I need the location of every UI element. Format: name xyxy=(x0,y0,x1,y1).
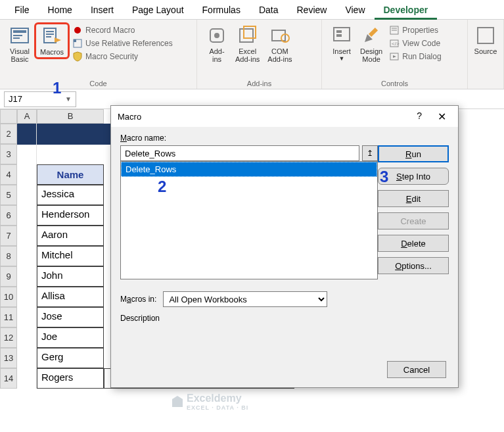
svg-marker-8 xyxy=(55,37,61,43)
addins-button[interactable]: Add- ins xyxy=(202,22,231,66)
macro-security-button[interactable]: Macro Security xyxy=(70,50,175,63)
run-dialog-button[interactable]: Run Dialog xyxy=(386,50,444,63)
view-code-button[interactable]: </> View Code xyxy=(386,37,444,50)
cancel-button[interactable]: Cancel xyxy=(387,361,446,378)
com-addins-button[interactable]: COM Add-ins xyxy=(263,22,296,66)
source-icon xyxy=(475,25,496,46)
insert-control-button[interactable]: Insert ▼ xyxy=(327,22,356,64)
table-header-name[interactable]: Name xyxy=(37,164,104,185)
col-header-b[interactable]: B xyxy=(37,109,104,124)
delete-button[interactable]: Delete xyxy=(378,235,449,252)
macro-security-label: Macro Security xyxy=(85,52,138,61)
cell-name[interactable]: Aaron xyxy=(37,226,104,246)
row-header[interactable]: 12 xyxy=(0,327,17,348)
row-header[interactable]: 5 xyxy=(0,185,17,205)
row-header[interactable]: 7 xyxy=(0,226,17,246)
svg-rect-5 xyxy=(46,31,54,32)
record-macro-icon xyxy=(72,25,83,36)
chevron-down-icon[interactable]: ▼ xyxy=(65,95,72,103)
name-box-value: J17 xyxy=(9,94,22,104)
tab-developer[interactable]: Developer xyxy=(375,0,438,20)
options-button[interactable]: Options... xyxy=(378,257,449,274)
description-label: Description xyxy=(120,314,378,323)
row-header[interactable]: 13 xyxy=(0,348,17,368)
cell-name[interactable]: Jose xyxy=(37,307,104,327)
cell-name[interactable]: Allisa xyxy=(37,287,104,307)
tab-data[interactable]: Data xyxy=(250,0,288,20)
row-headers: 2 3 4 5 6 7 8 9 10 11 12 13 14 xyxy=(0,124,17,389)
svg-marker-28 xyxy=(393,55,396,58)
visual-basic-button[interactable]: Visual Basic xyxy=(5,22,34,66)
tab-page-layout[interactable]: Page Layout xyxy=(123,0,193,20)
row-header[interactable]: 14 xyxy=(0,368,17,389)
excel-addins-icon xyxy=(237,25,258,46)
macro-name-input[interactable] xyxy=(120,145,359,161)
tab-insert[interactable]: Insert xyxy=(81,0,123,20)
cell-name[interactable]: Rogers xyxy=(37,368,104,389)
svg-rect-4 xyxy=(44,28,56,43)
row-header[interactable]: 10 xyxy=(0,287,17,307)
tab-file[interactable]: File xyxy=(5,0,39,20)
select-all-corner[interactable] xyxy=(0,109,17,124)
macros-in-select[interactable]: All Open Workbooks xyxy=(163,291,327,307)
row-header[interactable]: 11 xyxy=(0,307,17,327)
tab-review[interactable]: Review xyxy=(288,0,336,20)
macro-name-label: Macro name: xyxy=(120,133,378,143)
tab-formulas[interactable]: Formulas xyxy=(193,0,250,20)
close-button[interactable]: ✕ xyxy=(432,108,451,126)
record-macro-button[interactable]: Record Macro xyxy=(70,24,175,37)
cell-name[interactable]: Henderson xyxy=(37,205,104,226)
insert-control-label: Insert xyxy=(332,47,351,55)
macros-icon xyxy=(41,26,62,47)
collapse-button[interactable]: ↥ xyxy=(362,145,378,161)
record-macro-label: Record Macro xyxy=(85,26,135,35)
ribbon-group-addins: Add- ins Excel Add-ins COM Add-ins Add-i… xyxy=(197,20,322,89)
cell-name[interactable]: Jessica xyxy=(37,185,104,205)
cell-name[interactable]: Gerg xyxy=(37,348,104,368)
addins-label: Add- ins xyxy=(209,47,224,63)
com-addins-icon xyxy=(269,25,290,46)
svg-text:</>: </> xyxy=(392,41,400,47)
row-header[interactable]: 3 xyxy=(0,144,17,164)
source-button[interactable]: Source xyxy=(473,22,498,58)
name-box[interactable]: J17 ▼ xyxy=(4,91,76,107)
macro-list-item[interactable]: Delete_Rows xyxy=(121,162,377,177)
watermark: Exceldemy EXCEL · DATA · BI xyxy=(171,393,248,411)
svg-rect-2 xyxy=(13,35,22,36)
row-header[interactable]: 8 xyxy=(0,246,17,266)
row-header[interactable]: 9 xyxy=(0,266,17,287)
tab-home[interactable]: Home xyxy=(39,0,81,20)
tab-view[interactable]: View xyxy=(336,0,374,20)
watermark-sub: EXCEL · DATA · BI xyxy=(187,404,248,411)
cell-name[interactable]: John xyxy=(37,266,104,287)
ribbon-group-xml: Source xyxy=(468,20,504,89)
svg-rect-20 xyxy=(336,34,342,37)
edit-button[interactable]: Edit xyxy=(378,190,449,207)
svg-rect-30 xyxy=(172,399,183,407)
chevron-down-icon: ▼ xyxy=(339,55,345,62)
run-button[interactable]: Run xyxy=(378,145,449,162)
macros-button[interactable]: Macros xyxy=(34,22,70,59)
help-button[interactable]: ? xyxy=(411,108,427,126)
row-header[interactable]: 4 xyxy=(0,164,17,185)
row-header[interactable]: 2 xyxy=(0,124,17,144)
macro-dialog: Macro ? ✕ Macro name: ↥ Delete_Rows Macr… xyxy=(110,105,459,388)
row-header[interactable]: 6 xyxy=(0,205,17,226)
ribbon-group-code: Visual Basic Macros Record Macro Use Rel… xyxy=(0,20,197,89)
properties-button[interactable]: Properties xyxy=(386,24,444,37)
svg-rect-11 xyxy=(74,39,76,42)
col-header-a[interactable]: A xyxy=(17,109,37,124)
svg-rect-6 xyxy=(46,34,54,35)
use-relative-button[interactable]: Use Relative References xyxy=(70,37,175,50)
insert-control-icon xyxy=(331,25,352,46)
cell-name[interactable]: Mitchel xyxy=(37,246,104,266)
view-code-icon: </> xyxy=(389,38,400,49)
excel-addins-button[interactable]: Excel Add-ins xyxy=(231,22,263,66)
design-mode-button[interactable]: Design Mode xyxy=(356,22,386,66)
source-label: Source xyxy=(474,47,497,55)
cell-name[interactable]: Joe xyxy=(37,327,104,348)
design-mode-icon xyxy=(361,25,382,46)
annotation-3: 3 xyxy=(380,168,388,186)
excel-addins-label: Excel Add-ins xyxy=(235,47,260,63)
properties-icon xyxy=(389,25,400,36)
